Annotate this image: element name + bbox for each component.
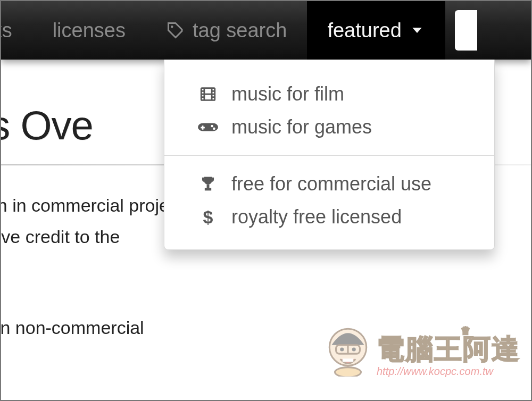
dropdown-item-royalty[interactable]: $ royalty free licensed: [164, 200, 494, 233]
chevron-down-icon: [409, 22, 425, 38]
dollar-icon: $: [196, 207, 220, 228]
nav-item-licenses[interactable]: licenses: [32, 1, 146, 60]
svg-point-19: [340, 347, 344, 351]
svg-rect-11: [201, 127, 205, 129]
dropdown-item-film[interactable]: music for film: [164, 78, 494, 111]
svg-rect-21: [343, 358, 353, 362]
nav-label: rks: [0, 19, 12, 42]
dropdown-label: royalty free licensed: [231, 206, 402, 228]
nav-label: licenses: [53, 19, 126, 42]
dropdown-label: music for film: [231, 83, 344, 105]
dropdown-label: free for commercial use: [231, 173, 431, 195]
dropdown-item-games[interactable]: music for games: [164, 111, 494, 144]
trophy-icon: [196, 176, 220, 193]
svg-rect-15: [205, 188, 211, 190]
nav-item-tag-search[interactable]: tag search: [146, 1, 307, 60]
svg-point-20: [352, 347, 356, 351]
gamepad-icon: [196, 120, 220, 134]
nav-label: featured: [327, 19, 401, 42]
svg-point-22: [335, 367, 361, 377]
search-input[interactable]: [455, 10, 477, 51]
top-navbar: rks licenses tag search featured: [1, 1, 531, 60]
svg-rect-14: [207, 185, 210, 188]
tag-icon: [166, 21, 185, 40]
nav-label: tag search: [193, 19, 287, 42]
dropdown-separator: [164, 155, 494, 156]
body-text: nly in non-commercial: [0, 314, 531, 341]
svg-point-13: [213, 128, 215, 130]
nav-item-featured[interactable]: featured: [307, 1, 445, 60]
dropdown-item-commercial[interactable]: free for commercial use: [164, 168, 494, 200]
film-icon: [196, 85, 220, 103]
svg-rect-17: [336, 345, 360, 354]
svg-point-0: [171, 26, 173, 28]
watermark-url: http://www.kocpc.com.tw: [377, 366, 520, 377]
featured-dropdown: music for film music for games free for …: [164, 60, 495, 250]
nav-item-tracks[interactable]: rks: [0, 1, 32, 60]
svg-point-12: [211, 125, 213, 128]
dropdown-label: music for games: [231, 116, 372, 138]
